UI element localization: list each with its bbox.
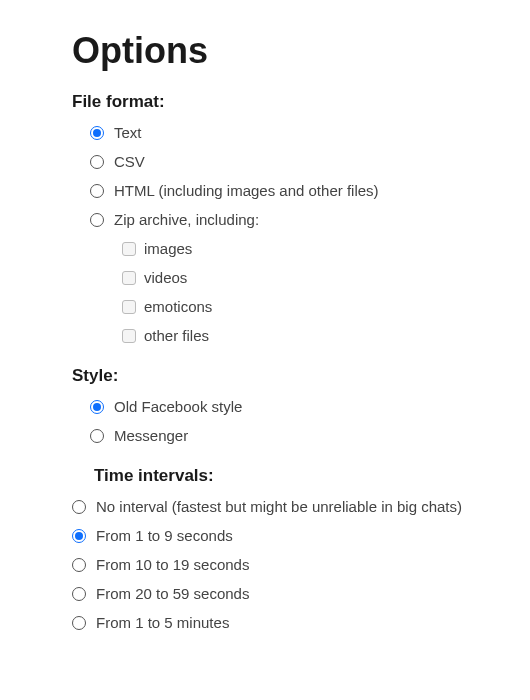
time-radio-1-5-min[interactable] xyxy=(72,616,86,630)
file-format-option-html: HTML (including images and other files) xyxy=(90,182,530,199)
time-intervals-group: No interval (fastest but might be unreli… xyxy=(72,498,530,631)
time-label-1-5-min[interactable]: From 1 to 5 minutes xyxy=(96,614,229,631)
time-radio-no-interval[interactable] xyxy=(72,500,86,514)
zip-includes-group: images videos emoticons other files xyxy=(122,240,530,344)
file-format-label-zip[interactable]: Zip archive, including: xyxy=(114,211,259,228)
style-option-old-facebook: Old Facebook style xyxy=(90,398,530,415)
file-format-option-csv: CSV xyxy=(90,153,530,170)
style-label-messenger[interactable]: Messenger xyxy=(114,427,188,444)
time-option-no-interval: No interval (fastest but might be unreli… xyxy=(72,498,530,515)
style-option-messenger: Messenger xyxy=(90,427,530,444)
time-radio-10-19[interactable] xyxy=(72,558,86,572)
file-format-label-html[interactable]: HTML (including images and other files) xyxy=(114,182,379,199)
page-title: Options xyxy=(72,30,530,72)
zip-include-images: images xyxy=(122,240,530,257)
zip-include-label-emoticons[interactable]: emoticons xyxy=(144,298,212,315)
zip-include-checkbox-images[interactable] xyxy=(122,242,136,256)
style-group: Old Facebook style Messenger xyxy=(90,398,530,444)
file-format-group: Text CSV HTML (including images and othe… xyxy=(90,124,530,344)
file-format-radio-text[interactable] xyxy=(90,126,104,140)
zip-include-checkbox-emoticons[interactable] xyxy=(122,300,136,314)
time-label-10-19[interactable]: From 10 to 19 seconds xyxy=(96,556,249,573)
zip-include-label-videos[interactable]: videos xyxy=(144,269,187,286)
file-format-label: File format: xyxy=(72,92,530,112)
time-label-1-9[interactable]: From 1 to 9 seconds xyxy=(96,527,233,544)
file-format-radio-html[interactable] xyxy=(90,184,104,198)
zip-include-label-other[interactable]: other files xyxy=(144,327,209,344)
zip-include-emoticons: emoticons xyxy=(122,298,530,315)
time-option-10-19: From 10 to 19 seconds xyxy=(72,556,530,573)
time-option-20-59: From 20 to 59 seconds xyxy=(72,585,530,602)
file-format-radio-csv[interactable] xyxy=(90,155,104,169)
file-format-radio-zip[interactable] xyxy=(90,213,104,227)
time-label-no-interval[interactable]: No interval (fastest but might be unreli… xyxy=(96,498,462,515)
time-label-20-59[interactable]: From 20 to 59 seconds xyxy=(96,585,249,602)
file-format-label-text[interactable]: Text xyxy=(114,124,142,141)
zip-include-other: other files xyxy=(122,327,530,344)
style-label: Style: xyxy=(72,366,530,386)
file-format-option-zip: Zip archive, including: xyxy=(90,211,530,228)
time-option-1-9: From 1 to 9 seconds xyxy=(72,527,530,544)
time-intervals-label: Time intervals: xyxy=(94,466,530,486)
file-format-option-text: Text xyxy=(90,124,530,141)
time-radio-1-9[interactable] xyxy=(72,529,86,543)
style-radio-old-facebook[interactable] xyxy=(90,400,104,414)
zip-include-checkbox-other[interactable] xyxy=(122,329,136,343)
zip-include-label-images[interactable]: images xyxy=(144,240,192,257)
zip-include-checkbox-videos[interactable] xyxy=(122,271,136,285)
time-option-1-5-min: From 1 to 5 minutes xyxy=(72,614,530,631)
time-radio-20-59[interactable] xyxy=(72,587,86,601)
style-radio-messenger[interactable] xyxy=(90,429,104,443)
file-format-label-csv[interactable]: CSV xyxy=(114,153,145,170)
style-label-old-facebook[interactable]: Old Facebook style xyxy=(114,398,242,415)
zip-include-videos: videos xyxy=(122,269,530,286)
